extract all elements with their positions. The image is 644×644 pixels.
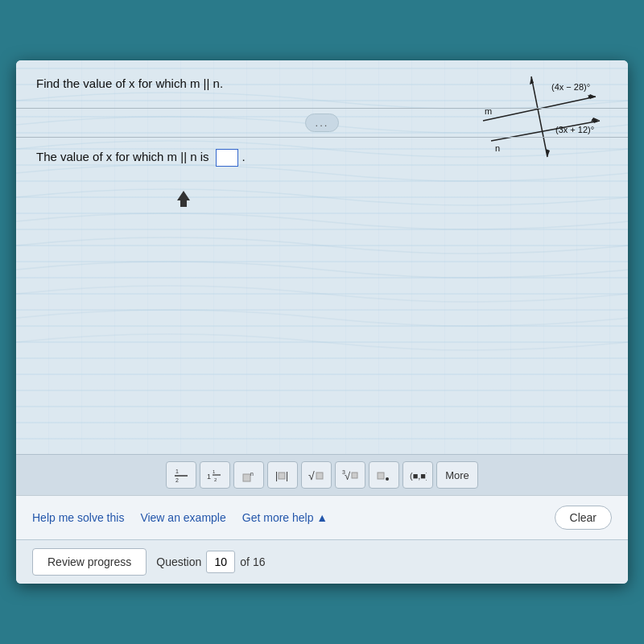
math-toolbar: 1 2 1 1 2 n | | bbox=[16, 454, 628, 495]
svg-text:n: n bbox=[250, 471, 254, 477]
clear-button[interactable]: Clear bbox=[555, 506, 612, 530]
svg-text:2: 2 bbox=[214, 477, 217, 482]
question-number-input[interactable] bbox=[206, 551, 235, 573]
bottom-toolbar: Help me solve this View an example Get m… bbox=[16, 495, 628, 539]
svg-rect-30 bbox=[378, 473, 384, 479]
svg-text:1: 1 bbox=[207, 473, 211, 481]
svg-text:1: 1 bbox=[213, 469, 216, 474]
total-questions: of 16 bbox=[240, 555, 265, 568]
review-progress-button[interactable]: Review progress bbox=[32, 548, 147, 576]
cursor-area bbox=[16, 175, 628, 239]
svg-text:√: √ bbox=[345, 470, 351, 482]
help-solve-link[interactable]: Help me solve this bbox=[32, 511, 124, 524]
decimal-button[interactable] bbox=[369, 461, 399, 489]
dots-section[interactable]: ... bbox=[16, 109, 628, 137]
mouse-cursor bbox=[177, 191, 190, 200]
svg-text:2: 2 bbox=[175, 477, 179, 483]
absolute-value-button[interactable]: | | bbox=[267, 461, 298, 489]
cube-root-button[interactable]: 3 √ bbox=[335, 461, 365, 489]
content-area: Find the value of x for which m || n. bbox=[16, 60, 628, 454]
mixed-number-button[interactable]: 1 1 2 bbox=[200, 461, 230, 489]
question-navigation: Question of 16 bbox=[156, 551, 265, 573]
answer-area: The value of x for which m || n is . bbox=[16, 138, 628, 175]
svg-text:1: 1 bbox=[175, 469, 179, 474]
more-button[interactable]: More bbox=[436, 461, 478, 489]
square-root-button[interactable]: √ bbox=[301, 461, 332, 489]
svg-text:|: | bbox=[275, 470, 278, 481]
svg-text:(■,■): (■,■) bbox=[410, 471, 427, 481]
more-help-link[interactable]: Get more help ▲ bbox=[242, 511, 328, 524]
question-label: Question bbox=[156, 555, 201, 568]
svg-text:|: | bbox=[286, 470, 288, 481]
svg-rect-20 bbox=[243, 474, 250, 481]
svg-text:(4x − 28)°: (4x − 28)° bbox=[551, 82, 590, 92]
svg-rect-29 bbox=[352, 473, 357, 478]
footer-bar: Review progress Question of 16 bbox=[16, 539, 628, 584]
expand-button[interactable]: ... bbox=[305, 114, 340, 132]
svg-rect-26 bbox=[316, 473, 323, 479]
main-screen: Find the value of x for which m || n. bbox=[16, 60, 628, 584]
exponent-button[interactable]: n bbox=[233, 461, 264, 489]
view-example-link[interactable]: View an example bbox=[140, 511, 225, 524]
svg-rect-23 bbox=[279, 473, 285, 479]
question-area: Find the value of x for which m || n. bbox=[16, 60, 628, 108]
answer-input-box[interactable] bbox=[216, 149, 238, 167]
fraction-button[interactable]: 1 2 bbox=[166, 461, 196, 489]
svg-point-31 bbox=[386, 477, 389, 481]
answer-suffix: . bbox=[242, 150, 245, 163]
answer-prefix: The value of x for which m || n is bbox=[36, 150, 209, 163]
svg-text:√: √ bbox=[308, 469, 315, 482]
ordered-pair-button[interactable]: (■,■) bbox=[402, 461, 433, 489]
